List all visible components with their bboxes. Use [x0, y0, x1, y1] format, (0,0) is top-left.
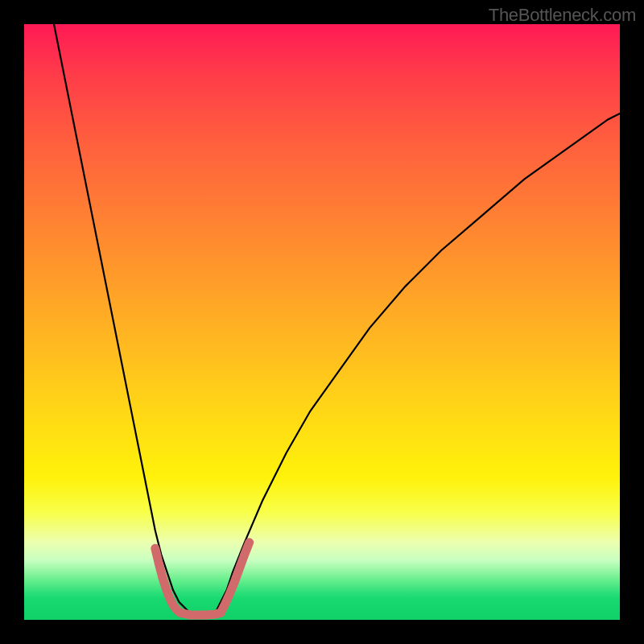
series-marker-right — [221, 543, 250, 613]
series-curve-right — [215, 114, 620, 614]
series-marker-left — [155, 548, 180, 613]
chart-frame: TheBottleneck.com — [0, 0, 644, 644]
plot-area — [24, 24, 620, 620]
chart-svg — [24, 24, 620, 620]
watermark-text: TheBottleneck.com — [489, 5, 636, 26]
series-marker-bottom — [180, 613, 221, 615]
series-curve-left — [54, 24, 191, 614]
